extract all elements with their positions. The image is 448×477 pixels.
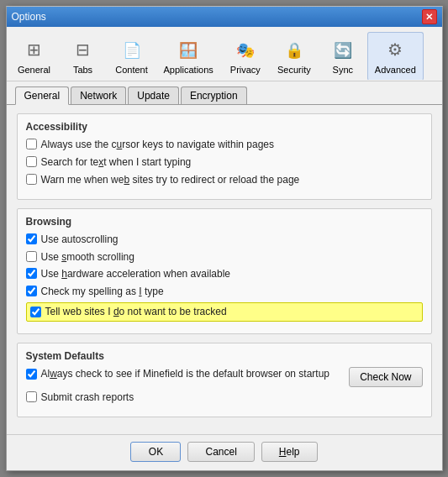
tab-encryption[interactable]: Encryption (181, 86, 247, 104)
toolbar-sync[interactable]: Sync (319, 32, 367, 81)
smooth-scrolling-checkbox[interactable] (26, 251, 37, 262)
tabs-bar: General Network Update Encryption (7, 81, 442, 105)
spelling-label: Check my spelling as I type (41, 285, 164, 299)
system-defaults-section: System Defaults Always check to see if M… (17, 343, 432, 417)
spelling-row: Check my spelling as I type (26, 285, 423, 299)
sync-icon (329, 36, 356, 63)
content-icon (119, 36, 145, 63)
search-text-label: Search for text when I start typing (41, 155, 192, 170)
cancel-button[interactable]: Cancel (187, 442, 254, 462)
security-icon (281, 36, 308, 63)
default-browser-label: Always check to see if Minefield is the … (41, 367, 330, 381)
hardware-accel-row: Use hardware acceleration when available (26, 267, 423, 281)
close-button[interactable]: ✕ (422, 9, 437, 24)
browsing-title: Browsing (26, 216, 423, 228)
tab-update[interactable]: Update (128, 86, 179, 104)
toolbar-advanced[interactable]: Advanced (367, 32, 424, 81)
dnt-checkbox[interactable] (30, 307, 41, 317)
warn-redirect-label: Warn me when web sites try to redirect o… (41, 173, 300, 187)
search-text-checkbox[interactable] (26, 156, 37, 167)
toolbar-privacy[interactable]: Privacy (221, 32, 270, 81)
cursor-keys-label: Always use the cursor keys to navigate w… (41, 138, 275, 152)
toolbar-applications[interactable]: Applications (156, 32, 221, 81)
toolbar: General Tabs Content Applications Privac… (7, 27, 442, 81)
hardware-accel-checkbox[interactable] (26, 268, 37, 279)
applications-icon (175, 36, 202, 63)
hardware-accel-label: Use hardware acceleration when available (41, 267, 231, 281)
autoscrolling-row: Use autoscrolling (26, 233, 423, 247)
accessibility-title: Accessibility (26, 121, 423, 133)
submit-crashes-label: Submit crash reports (41, 391, 134, 405)
warn-redirect-checkbox[interactable] (26, 174, 37, 185)
default-browser-left: Always check to see if Minefield is the … (26, 367, 343, 381)
window-title: Options (12, 11, 46, 23)
options-window: Options ✕ General Tabs Content Applicati… (6, 6, 443, 470)
default-browser-checkbox[interactable] (26, 369, 37, 380)
autoscrolling-label: Use autoscrolling (41, 233, 119, 247)
submit-crashes-row: Submit crash reports (26, 391, 423, 405)
toolbar-tabs[interactable]: Tabs (59, 32, 108, 81)
accessibility-section: Accessibility Always use the cursor keys… (17, 113, 432, 199)
smooth-scrolling-row: Use smooth scrolling (26, 250, 423, 265)
general-icon (21, 36, 48, 63)
spelling-checkbox[interactable] (26, 286, 37, 296)
warn-redirect-row: Warn me when web sites try to redirect o… (26, 173, 423, 187)
search-text-row: Search for text when I start typing (26, 155, 423, 170)
dnt-row: Tell web sites I do not want to be track… (26, 302, 423, 322)
system-defaults-title: System Defaults (26, 350, 423, 362)
check-now-button[interactable]: Check Now (349, 367, 422, 387)
tab-general[interactable]: General (15, 86, 70, 105)
submit-crashes-checkbox[interactable] (26, 391, 37, 402)
toolbar-content[interactable]: Content (108, 32, 156, 81)
footer: OK Cancel Help (7, 434, 442, 470)
cursor-keys-checkbox[interactable] (26, 139, 37, 149)
tabs-icon (70, 36, 97, 63)
toolbar-general[interactable]: General (10, 32, 59, 81)
privacy-icon (232, 36, 259, 63)
smooth-scrolling-label: Use smooth scrolling (41, 250, 134, 265)
advanced-icon (382, 36, 408, 63)
dnt-label: Tell web sites I do not want to be track… (45, 305, 227, 319)
autoscrolling-checkbox[interactable] (26, 233, 37, 244)
toolbar-security[interactable]: Security (270, 32, 319, 81)
tab-network[interactable]: Network (71, 86, 126, 104)
default-browser-row: Always check to see if Minefield is the … (26, 367, 423, 387)
browsing-section: Browsing Use autoscrolling Use smooth sc… (17, 208, 432, 334)
ok-button[interactable]: OK (130, 442, 181, 462)
content-area: Accessibility Always use the cursor keys… (7, 105, 442, 433)
cursor-keys-row: Always use the cursor keys to navigate w… (26, 138, 423, 152)
titlebar: Options ✕ (7, 7, 442, 27)
help-button[interactable]: Help (261, 442, 318, 462)
